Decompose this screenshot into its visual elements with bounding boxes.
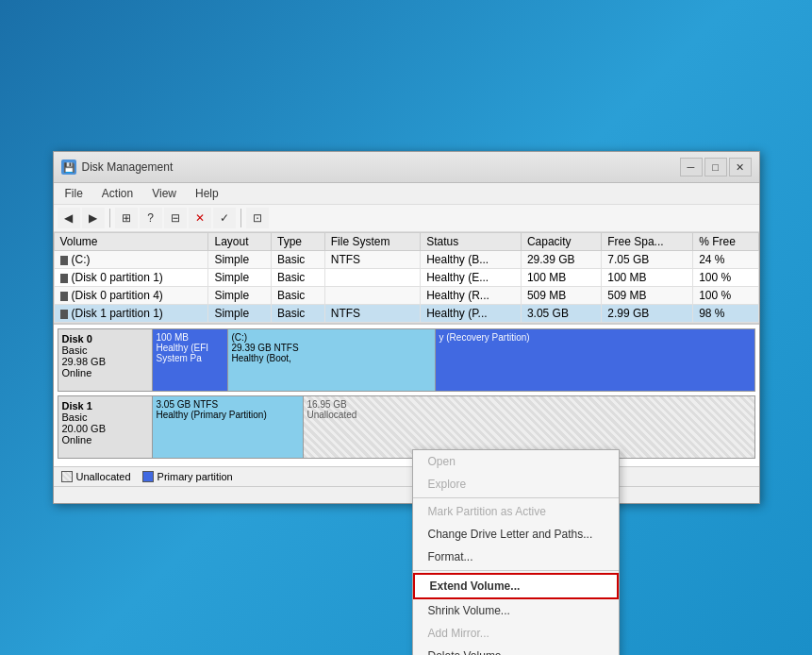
volume-table-container: Volume Layout Type File System Status Ca… <box>54 232 759 324</box>
disk-view: Disk 0 Basic 29.98 GB Online 100 MB Heal… <box>54 324 759 466</box>
ctx-extend-volume[interactable]: Extend Volume... <box>413 573 619 599</box>
close-button[interactable]: ✕ <box>729 158 752 176</box>
col-type[interactable]: Type <box>272 233 325 251</box>
toolbar: ◀ ▶ ⊞ ? ⊟ ✕ ✓ ⊡ <box>54 205 759 232</box>
disk0-efi-partition[interactable]: 100 MB Healthy (EFI System Pa <box>153 329 228 391</box>
legend: Unallocated Primary partition <box>54 466 759 486</box>
menu-view[interactable]: View <box>144 185 184 202</box>
disk0-efi-label: Healthy (EFI System Pa <box>157 343 224 363</box>
table-row[interactable]: (Disk 0 partition 1)SimpleBasicHealthy (… <box>54 269 758 287</box>
forward-button[interactable]: ▶ <box>82 208 105 228</box>
disk0-recovery-partition[interactable]: y (Recovery Partition) <box>436 329 754 391</box>
legend-unallocated-label: Unallocated <box>76 471 131 482</box>
check-button[interactable]: ✓ <box>213 208 236 228</box>
legend-primary-box <box>142 471 154 482</box>
legend-primary: Primary partition <box>142 471 233 482</box>
disk0-c-name: (C:) <box>232 332 431 343</box>
sep1 <box>109 209 110 227</box>
disk1-status: Online <box>62 434 148 445</box>
col-volume[interactable]: Volume <box>54 233 208 251</box>
ctx-mark-active: Mark Partition as Active <box>413 500 619 523</box>
volume-table: Volume Layout Type File System Status Ca… <box>54 232 759 323</box>
grid-button[interactable]: ⊞ <box>115 208 138 228</box>
disk0-c-label: Healthy (Boot, <box>232 353 431 363</box>
ctx-sep1 <box>413 497 619 498</box>
disk0-row: Disk 0 Basic 29.98 GB Online 100 MB Heal… <box>58 328 755 392</box>
disk1-primary-size: 3.05 GB NTFS <box>157 399 299 410</box>
disk1-size: 20.00 GB <box>62 423 148 434</box>
col-pctfree[interactable]: % Free <box>693 233 758 251</box>
disk0-efi-size: 100 MB <box>157 332 224 343</box>
main-content: Volume Layout Type File System Status Ca… <box>54 232 759 466</box>
grid2-button[interactable]: ⊡ <box>246 208 269 228</box>
disk1-row: Disk 1 Basic 20.00 GB Online 3.05 GB NTF… <box>58 395 755 459</box>
title-bar: 💾 Disk Management ─ □ ✕ <box>54 152 759 183</box>
context-menu: Open Explore Mark Partition as Active Ch… <box>412 449 620 655</box>
ctx-format[interactable]: Format... <box>413 546 619 568</box>
disk0-label: Disk 0 Basic 29.98 GB Online <box>58 329 153 391</box>
delete-button[interactable]: ✕ <box>189 208 211 228</box>
ctx-change-drive-letter[interactable]: Change Drive Letter and Paths... <box>413 523 619 546</box>
ctx-delete-volume[interactable]: Delete Volume... <box>413 645 619 655</box>
legend-unallocated: Unallocated <box>61 471 131 482</box>
disk0-recovery-label: y (Recovery Partition) <box>439 332 751 343</box>
main-window: 💾 Disk Management ─ □ ✕ File Action View… <box>53 151 760 504</box>
title-bar-left: 💾 Disk Management <box>61 160 174 175</box>
table-row[interactable]: (Disk 0 partition 4)SimpleBasicHealthy (… <box>54 287 758 305</box>
ctx-add-mirror: Add Mirror... <box>413 622 619 645</box>
disk0-type: Basic <box>62 344 148 356</box>
window-controls: ─ □ ✕ <box>680 158 752 176</box>
ctx-explore: Explore <box>413 473 619 495</box>
col-capacity[interactable]: Capacity <box>521 233 601 251</box>
table-row[interactable]: (C:)SimpleBasicNTFSHealthy (B...29.39 GB… <box>54 251 758 269</box>
ctx-shrink-volume[interactable]: Shrink Volume... <box>413 599 619 622</box>
minus-button[interactable]: ⊟ <box>164 208 187 228</box>
ctx-sep2 <box>413 570 619 571</box>
disk0-c-partition[interactable]: (C:) 29.39 GB NTFS Healthy (Boot, <box>228 329 436 391</box>
col-filesystem[interactable]: File System <box>324 233 420 251</box>
disk1-unallocated-size: 16.95 GB <box>307 399 751 410</box>
disk0-c-size: 29.39 GB NTFS <box>232 343 431 353</box>
sep2 <box>240 209 241 227</box>
legend-primary-label: Primary partition <box>157 471 233 482</box>
disk1-type: Basic <box>62 411 148 423</box>
maximize-button[interactable]: □ <box>704 158 727 176</box>
window-title: Disk Management <box>82 160 174 174</box>
help-button[interactable]: ? <box>140 208 162 228</box>
disk1-unallocated-label: Unallocated <box>307 410 751 420</box>
disk0-name: Disk 0 <box>62 333 148 344</box>
legend-unallocated-box <box>61 471 73 482</box>
menu-file[interactable]: File <box>58 185 91 202</box>
disk0-partitions: 100 MB Healthy (EFI System Pa (C:) 29.39… <box>153 329 754 391</box>
minimize-button[interactable]: ─ <box>680 158 703 176</box>
col-freespace[interactable]: Free Spa... <box>602 233 693 251</box>
disk1-name: Disk 1 <box>62 400 148 411</box>
ctx-open: Open <box>413 450 619 473</box>
app-icon: 💾 <box>61 160 76 175</box>
status-bar <box>54 486 759 503</box>
disk1-primary-partition[interactable]: 3.05 GB NTFS Healthy (Primary Partition) <box>153 396 304 458</box>
menu-action[interactable]: Action <box>94 185 141 202</box>
col-layout[interactable]: Layout <box>208 233 272 251</box>
disk1-primary-label: Healthy (Primary Partition) <box>157 410 299 420</box>
col-status[interactable]: Status <box>421 233 522 251</box>
menu-help[interactable]: Help <box>188 185 226 202</box>
back-button[interactable]: ◀ <box>58 208 80 228</box>
disk1-label: Disk 1 Basic 20.00 GB Online <box>58 396 153 458</box>
disk0-size: 29.98 GB <box>62 356 148 367</box>
table-row[interactable]: (Disk 1 partition 1)SimpleBasicNTFSHealt… <box>54 305 758 323</box>
disk0-status: Online <box>62 367 148 378</box>
menu-bar: File Action View Help <box>54 183 759 205</box>
